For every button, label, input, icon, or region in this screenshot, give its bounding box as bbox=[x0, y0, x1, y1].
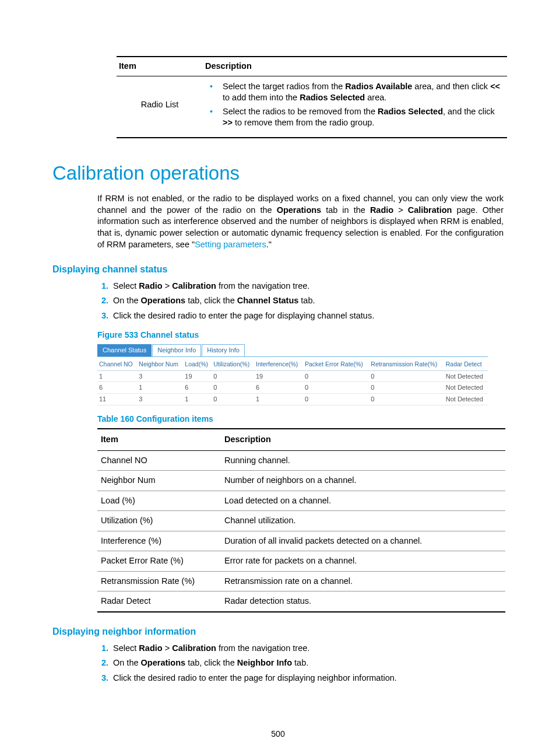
status-col-header: Packet Error Rate(%) bbox=[303, 358, 369, 370]
table-row: Radar DetectRadar detection status. bbox=[97, 592, 505, 612]
figure-caption: Figure 533 Channel status bbox=[97, 330, 504, 341]
tab-neighbor-info[interactable]: Neighbor Info bbox=[152, 344, 201, 356]
steps-channel-status: Select Radio > Calibration from the navi… bbox=[99, 281, 504, 322]
section-heading: Calibration operations bbox=[52, 160, 504, 187]
steps-neighbor-info: Select Radio > Calibration from the navi… bbox=[99, 643, 504, 684]
table-row: Channel NORunning channel. bbox=[97, 450, 505, 471]
tab-history-info[interactable]: History Info bbox=[202, 344, 245, 356]
bullet-add: Select the target radios from the Radios… bbox=[218, 81, 505, 104]
config-items-table: Item Description Channel NORunning chann… bbox=[97, 428, 505, 612]
th-item: Item bbox=[117, 57, 203, 76]
table-row[interactable]: 6160600Not Detected bbox=[97, 382, 488, 394]
figure-533: Channel Status Neighbor Info History Inf… bbox=[97, 344, 488, 405]
cfg-th-item: Item bbox=[97, 429, 221, 450]
cfg-th-desc: Description bbox=[221, 429, 505, 450]
table-row: Load (%)Load detected on a channel. bbox=[97, 491, 505, 511]
table-row[interactable]: 131901900Not Detected bbox=[97, 370, 488, 382]
radio-list-table: Item Description Radio List Select the t… bbox=[117, 56, 507, 138]
table-row: Utilization (%)Channel utilization. bbox=[97, 511, 505, 531]
table-row: Packet Error Rate (%)Error rate for pack… bbox=[97, 551, 505, 572]
step-2: On the Operations tab, click the Channel… bbox=[111, 295, 504, 307]
step-1b: Select Radio > Calibration from the navi… bbox=[111, 643, 504, 654]
table-row[interactable]: 11310100Not Detected bbox=[97, 394, 488, 405]
row-item: Radio List bbox=[117, 76, 203, 138]
channel-status-table: Channel NONeighbor NumLoad(%)Utilization… bbox=[97, 358, 488, 405]
table-row: Retransmission Rate (%)Retransmission ra… bbox=[97, 571, 505, 592]
status-col-header: Channel NO bbox=[97, 358, 137, 370]
intro-paragraph: If RRM is not enabled, or the radio to b… bbox=[97, 193, 504, 250]
step-3b: Click the desired radio to enter the pag… bbox=[111, 673, 504, 684]
table-caption: Table 160 Configuration items bbox=[97, 414, 504, 425]
status-col-header: Retransmission Rate(%) bbox=[369, 358, 444, 370]
step-1: Select Radio > Calibration from the navi… bbox=[111, 281, 504, 292]
page-number: 500 bbox=[0, 729, 556, 740]
status-col-header: Load(%) bbox=[183, 358, 212, 370]
link-setting-parameters[interactable]: Setting parameters bbox=[195, 240, 266, 249]
tab-channel-status[interactable]: Channel Status bbox=[97, 344, 152, 356]
step-3: Click the desired radio to enter the pag… bbox=[111, 310, 504, 322]
th-desc: Description bbox=[203, 57, 507, 76]
status-col-header: Radar Detect bbox=[444, 358, 488, 370]
sub-heading-channel-status: Displaying channel status bbox=[52, 263, 504, 276]
status-col-header: Neighbor Num bbox=[137, 358, 183, 370]
step-2b: On the Operations tab, click the Neighbo… bbox=[111, 657, 504, 669]
table-row: Interference (%)Duration of all invalid … bbox=[97, 531, 505, 551]
sub-heading-neighbor-info: Displaying neighbor information bbox=[52, 625, 504, 638]
status-col-header: Interference(%) bbox=[254, 358, 303, 370]
table-row: Neighbor NumNumber of neighbors on a cha… bbox=[97, 471, 505, 491]
bullet-remove: Select the radios to be removed from the… bbox=[218, 106, 505, 129]
status-col-header: Utilization(%) bbox=[212, 358, 254, 370]
